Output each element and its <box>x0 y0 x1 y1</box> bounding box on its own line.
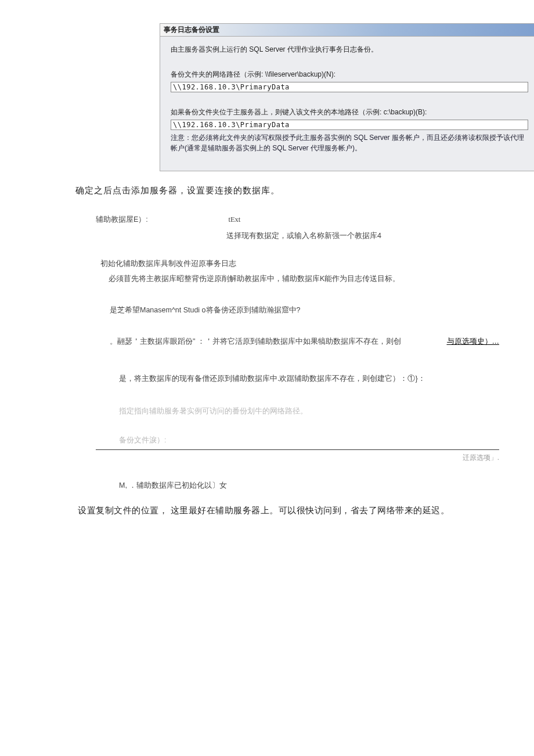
restore-question: 是芝希望Manasem^nt Studi o将备傍还原到辅助瀚据窟中? <box>110 304 499 316</box>
dialog-body: 由主服务器实例上运行的 SQL Server 代理作业执行事务日志备份。 备份文… <box>160 37 534 171</box>
option-1[interactable]: 。翮瑟＇主数据库眼蹈份" ：＇并将它活原到辅助数据库中如果犒助数据库不存在，则创 <box>110 337 401 345</box>
local-path-label: 如果备份文件夹位于主服务器上，则键入该文件夹的本地路径（示例: c:\backu… <box>171 107 528 117</box>
backup-settings-dialog: 事务日志备份设置 由主服务器实例上运行的 SQL Server 代理作业执行事务… <box>160 23 534 171</box>
option-1-link[interactable]: 与原选项史）… <box>447 336 500 347</box>
permission-note: 注意：您必须将此文件夹的读写权限授予此主服务器实例的 SQL Server 服务… <box>171 132 528 153</box>
divider <box>96 449 499 450</box>
secondary-db-label: 辅助教据屋E）: <box>96 214 226 225</box>
initialized-text: M, ．辅助数据库已初始化以〕女 <box>119 480 499 491</box>
restore-option-text[interactable]: 迁原选项」. <box>96 452 499 463</box>
paragraph-2: 设置复制文件的位置， 这里最好在辅助服务器上。可以很快访问到，省去了网络带来的延… <box>78 505 505 516</box>
option-2[interactable]: 是，将主数据库的现有备僧还原到辅助数据库中.欢踞辅助数据库不存在，则创建它）：①… <box>119 373 499 384</box>
paragraph-1: 确定之后点击添加服务器，设置要连接的数据库。 <box>75 185 505 196</box>
dialog-title: 事务日志备份设置 <box>160 24 534 37</box>
secondary-db-value[interactable]: tExt <box>228 214 240 225</box>
intro-text: 由主服务器实例上运行的 SQL Server 代理作业执行事务日志备份。 <box>171 45 528 55</box>
init-section-title: 初始化辅助数据库具制改件迢原事务日志 <box>100 258 499 269</box>
local-path-input[interactable] <box>171 120 528 130</box>
network-path-label: 备份文件夹的网络路径（示例: \\fileserver\backup)(N): <box>171 70 528 80</box>
network-path-input[interactable] <box>171 82 528 92</box>
backup-file-label: 备份文件淚）: <box>119 434 499 446</box>
path-hint: 指定指向辅助服务暑实例可访问的番份划牛的网络路径。 <box>119 405 499 417</box>
init-section-body: 必须苜先将主教据库昭整背伤逆原削解助教据库中，辅助数据库K能作为目志传送目标。 <box>109 273 499 285</box>
secondary-db-form: 辅助教据屋E）: tExt 送择现有数据定，或输入名称新强一个教据库4 初始化辅… <box>96 210 499 491</box>
secondary-db-hint: 送择现有数据定，或输入名称新强一个教据库4 <box>226 230 499 242</box>
